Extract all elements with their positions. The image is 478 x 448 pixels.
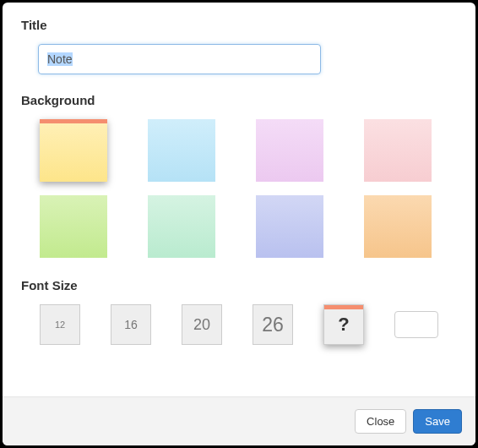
dialog-footer: Close Save: [3, 396, 475, 445]
save-button[interactable]: Save: [413, 409, 462, 434]
fontsize-custom[interactable]: ?: [323, 304, 364, 345]
background-swatches: [21, 119, 457, 258]
fontsize-options: 12 16 20 26 ?: [21, 304, 457, 345]
swatch-row: [40, 195, 457, 258]
close-button[interactable]: Close: [355, 409, 406, 434]
fontsize-26[interactable]: 26: [253, 304, 293, 345]
fontsize-custom-input[interactable]: [394, 311, 438, 338]
swatch-row: [40, 119, 457, 182]
title-label: Title: [21, 18, 457, 32]
swatch-violet[interactable]: [256, 195, 323, 258]
swatch-yellow[interactable]: [40, 119, 107, 182]
swatch-mint[interactable]: [148, 195, 215, 258]
swatch-green[interactable]: [40, 195, 107, 258]
background-label: Background: [21, 93, 457, 107]
fontsize-20[interactable]: 20: [182, 304, 222, 345]
fontsize-label: Font Size: [21, 278, 457, 292]
fontsize-12[interactable]: 12: [40, 304, 80, 345]
swatch-blue[interactable]: [148, 119, 215, 182]
swatch-pink[interactable]: [256, 119, 323, 182]
title-input[interactable]: [38, 44, 321, 74]
swatch-rose[interactable]: [364, 119, 432, 182]
settings-dialog: Title Background Font Size 12 16 20 26 ?: [3, 3, 475, 445]
dialog-body: Title Background Font Size 12 16 20 26 ?: [3, 3, 475, 396]
swatch-orange[interactable]: [364, 195, 432, 258]
fontsize-16[interactable]: 16: [111, 304, 151, 345]
